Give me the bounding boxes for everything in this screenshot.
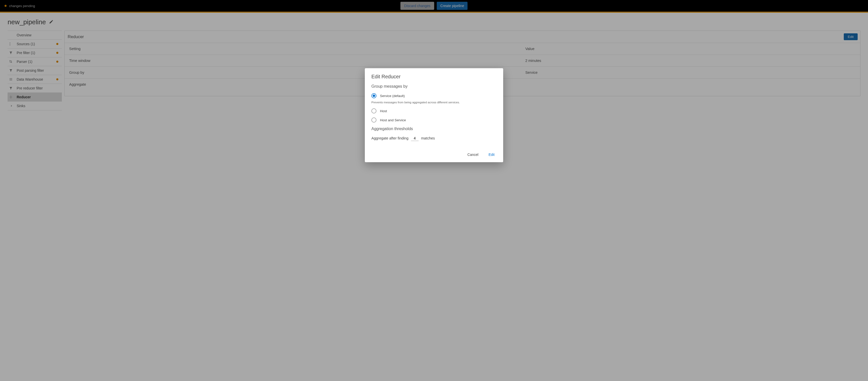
group-by-option-host-and-service[interactable]: Host and Service	[371, 117, 497, 122]
group-by-heading: Group messages by	[371, 84, 497, 89]
modal-actions: Cancel Edit	[371, 151, 497, 158]
thresholds-heading: Aggregation thresholds	[371, 126, 497, 131]
modal-edit-button[interactable]: Edit	[488, 151, 496, 158]
edit-reducer-modal: Edit Reducer Group messages by Service (…	[365, 68, 503, 162]
threshold-input[interactable]	[411, 136, 418, 141]
threshold-after-text: matches	[421, 136, 435, 140]
group-by-option-service-default[interactable]: Service (default)	[371, 93, 497, 98]
radio-label: Host and Service	[380, 118, 406, 122]
radio-label: Host	[380, 109, 387, 113]
modal-cancel-button[interactable]: Cancel	[466, 151, 479, 158]
modal-title: Edit Reducer	[371, 74, 497, 80]
radio-label: Service (default)	[380, 94, 405, 98]
threshold-before-text: Aggregate after finding	[371, 136, 408, 140]
radio-icon	[371, 108, 376, 113]
group-by-option-host[interactable]: Host	[371, 108, 497, 113]
modal-scrim[interactable]	[0, 0, 868, 381]
threshold-row: Aggregate after finding matches	[371, 136, 497, 141]
radio-icon	[371, 93, 376, 98]
group-by-helper-text: Prevents messages from being aggregated …	[371, 101, 497, 104]
radio-icon	[371, 117, 376, 122]
